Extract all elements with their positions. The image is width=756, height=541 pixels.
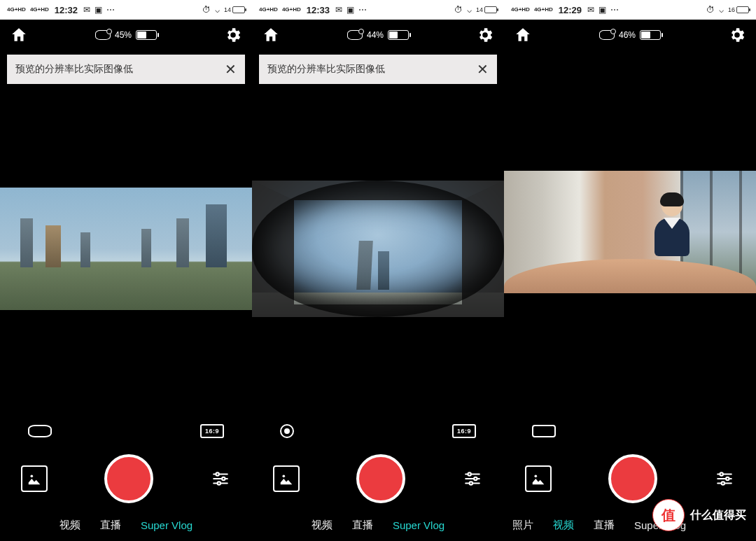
settings-button[interactable] bbox=[224, 26, 242, 44]
camera-icon: ▣ bbox=[94, 5, 102, 15]
svg-point-0 bbox=[31, 475, 34, 478]
chat-icon: ✉ bbox=[587, 5, 594, 15]
chat-icon: ✉ bbox=[83, 5, 90, 15]
svg-point-5 bbox=[222, 477, 225, 480]
signal-icon: 4G+HD bbox=[30, 7, 49, 13]
battery-icon bbox=[388, 30, 409, 40]
svg-point-19 bbox=[726, 477, 729, 480]
three-sixty-icon bbox=[347, 30, 363, 40]
battery-icon bbox=[136, 30, 157, 40]
home-button[interactable] bbox=[262, 26, 280, 44]
close-icon[interactable]: ✕ bbox=[225, 61, 237, 78]
home-button[interactable] bbox=[514, 26, 532, 44]
svg-point-14 bbox=[535, 475, 538, 478]
clock: 12:32 bbox=[55, 5, 78, 15]
adjustments-button[interactable] bbox=[462, 470, 483, 488]
system-battery: 14 bbox=[224, 6, 245, 13]
camera-preview[interactable] bbox=[252, 181, 504, 317]
more-icon: ⋯ bbox=[358, 5, 367, 15]
phone-screenshot: 4G+HD4G+HD12:33✉▣⋯⏱⌵1444%预览的分辨率比实际图像低✕16… bbox=[252, 0, 504, 541]
signal-icon: 4G+HD bbox=[259, 7, 278, 13]
watermark-badge-icon: 值 bbox=[652, 499, 685, 531]
signal-icon: 4G+HD bbox=[282, 7, 301, 13]
mode-tab[interactable]: 照片 bbox=[512, 519, 533, 532]
signal-icon: 4G+HD bbox=[534, 7, 553, 13]
mode-tab[interactable]: 视频 bbox=[312, 519, 332, 532]
wifi-icon: ⌵ bbox=[719, 5, 724, 15]
mode-tab[interactable]: 视频 bbox=[553, 519, 574, 532]
adjustments-button[interactable] bbox=[714, 470, 735, 488]
system-battery: 14 bbox=[476, 6, 497, 13]
info-banner: 预览的分辨率比实际图像低✕ bbox=[259, 55, 497, 84]
camera-app: 46%照片视频直播Super Vlog bbox=[504, 20, 756, 541]
projection-fisheye-button[interactable] bbox=[280, 424, 294, 438]
aspect-ratio-button[interactable]: 16:9 bbox=[200, 424, 224, 438]
three-sixty-icon bbox=[95, 30, 111, 40]
device-battery-percent: 45% bbox=[115, 30, 132, 40]
projection-flat-button[interactable] bbox=[532, 425, 556, 437]
device-battery-indicator: 45% bbox=[95, 30, 157, 40]
projection-wide-button[interactable] bbox=[28, 425, 52, 437]
camera-preview[interactable] bbox=[504, 171, 756, 293]
alarm-icon: ⏱ bbox=[454, 5, 463, 15]
banner-text: 预览的分辨率比实际图像低 bbox=[267, 63, 385, 76]
camera-preview[interactable] bbox=[0, 188, 252, 310]
device-battery-indicator: 44% bbox=[347, 30, 409, 40]
camera-app: 44%预览的分辨率比实际图像低✕16:9视频直播Super Vlog bbox=[252, 20, 504, 541]
signal-icon: 4G+HD bbox=[511, 7, 530, 13]
mode-selector[interactable]: 视频直播Super Vlog bbox=[252, 509, 504, 541]
settings-button[interactable] bbox=[728, 26, 746, 44]
aspect-ratio-button[interactable]: 16:9 bbox=[452, 424, 476, 438]
alarm-icon: ⏱ bbox=[202, 5, 211, 15]
shutter-button[interactable] bbox=[608, 454, 657, 503]
svg-point-20 bbox=[722, 482, 724, 484]
shutter-button[interactable] bbox=[104, 454, 153, 503]
info-banner: 预览的分辨率比实际图像低✕ bbox=[7, 55, 245, 84]
wifi-icon: ⌵ bbox=[467, 5, 472, 15]
svg-point-12 bbox=[474, 477, 477, 480]
mode-tab[interactable]: 视频 bbox=[59, 519, 80, 532]
device-battery-percent: 44% bbox=[367, 30, 384, 40]
watermark-text: 什么值得买 bbox=[690, 508, 746, 523]
mode-tab[interactable]: 直播 bbox=[100, 519, 121, 532]
shutter-button[interactable] bbox=[356, 454, 405, 503]
close-icon[interactable]: ✕ bbox=[477, 61, 489, 78]
system-status-bar: 4G+HD4G+HD12:33✉▣⋯⏱⌵14 bbox=[252, 0, 504, 20]
mode-tab[interactable]: 直播 bbox=[352, 519, 373, 532]
gallery-button[interactable] bbox=[525, 465, 552, 492]
phone-screenshot: 4G+HD4G+HD12:29✉▣⋯⏱⌵1646%照片视频直播Super Vlo… bbox=[504, 0, 756, 541]
svg-point-4 bbox=[216, 472, 219, 475]
banner-text: 预览的分辨率比实际图像低 bbox=[15, 63, 133, 76]
clock: 12:29 bbox=[559, 5, 582, 15]
mode-tab[interactable]: Super Vlog bbox=[393, 519, 444, 531]
gallery-button[interactable] bbox=[21, 465, 48, 492]
alarm-icon: ⏱ bbox=[706, 5, 715, 15]
system-battery: 16 bbox=[728, 6, 749, 13]
more-icon: ⋯ bbox=[106, 5, 115, 15]
home-button[interactable] bbox=[10, 26, 28, 44]
device-battery-indicator: 46% bbox=[599, 30, 661, 40]
svg-point-6 bbox=[218, 482, 220, 484]
camera-app: 45%预览的分辨率比实际图像低✕16:9视频直播Super Vlog bbox=[0, 20, 252, 541]
mode-tab[interactable]: Super Vlog bbox=[141, 519, 192, 531]
clock: 12:33 bbox=[307, 5, 330, 15]
battery-icon bbox=[640, 30, 661, 40]
svg-point-18 bbox=[720, 472, 723, 475]
three-sixty-icon bbox=[599, 30, 615, 40]
watermark: 值 什么值得买 bbox=[652, 499, 746, 531]
camera-icon: ▣ bbox=[598, 5, 606, 15]
more-icon: ⋯ bbox=[610, 5, 619, 15]
phone-screenshot: 4G+HD4G+HD12:32✉▣⋯⏱⌵1445%预览的分辨率比实际图像低✕16… bbox=[0, 0, 252, 541]
mode-selector[interactable]: 视频直播Super Vlog bbox=[0, 509, 252, 541]
svg-point-13 bbox=[470, 482, 472, 484]
svg-point-11 bbox=[468, 472, 471, 475]
wifi-icon: ⌵ bbox=[215, 5, 220, 15]
device-battery-percent: 46% bbox=[619, 30, 636, 40]
adjustments-button[interactable] bbox=[210, 470, 231, 488]
svg-point-7 bbox=[283, 475, 286, 478]
gallery-button[interactable] bbox=[273, 465, 300, 492]
mode-tab[interactable]: 直播 bbox=[594, 519, 615, 532]
signal-icon: 4G+HD bbox=[7, 7, 26, 13]
settings-button[interactable] bbox=[476, 26, 494, 44]
system-status-bar: 4G+HD4G+HD12:29✉▣⋯⏱⌵16 bbox=[504, 0, 756, 20]
